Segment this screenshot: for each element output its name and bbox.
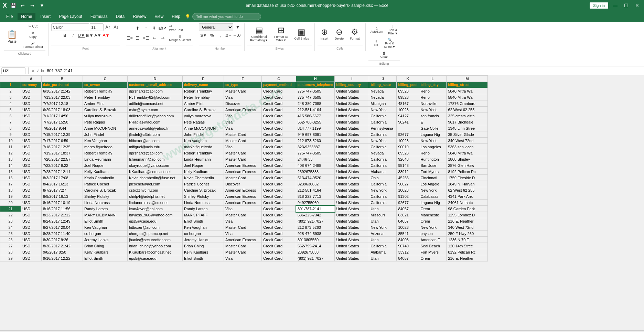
cell-r24-c6[interactable]: Master Card <box>224 224 262 231</box>
cell-r12-c3[interactable]: Robert Tremblay <box>83 150 128 156</box>
cell-r18-c2[interactable]: 8/7/2017 7:27 <box>42 187 83 193</box>
cell-r24-c1[interactable]: USD <box>21 224 42 231</box>
cell-r5-c8[interactable]: 212-581-4164 <box>296 107 335 113</box>
cell-r5-c6[interactable]: American Express <box>224 107 262 113</box>
cell-r17-c5[interactable]: Patrice Cochet <box>183 181 224 187</box>
cell-r28-c10[interactable]: Alabama <box>369 249 397 255</box>
cell-r22-c7[interactable]: Credit Card <box>262 212 296 218</box>
cell-r25-c8[interactable]: 928-474-5938 <box>296 231 335 237</box>
cell-r18-c4[interactable]: csbx@nyc.rr.com <box>128 187 183 193</box>
cell-r5-c12[interactable]: New York <box>419 107 447 113</box>
cell-r4-c4[interactable]: adflint@comcast.net <box>128 100 183 107</box>
number-dropdown-btn[interactable]: ▼ <box>234 23 242 31</box>
cell-r10-c10[interactable]: New York <box>369 138 397 144</box>
cell-r24-c13[interactable]: 340 West 72nd <box>447 224 488 231</box>
cell-r11-c7[interactable]: Credit Card <box>262 144 296 150</box>
cell-r13-c12[interactable]: Huntington <box>419 156 447 162</box>
cell-r9-c10[interactable]: California <box>369 131 397 138</box>
cell-r2-c10[interactable]: Nevada <box>369 88 397 94</box>
sign-in-button[interactable]: Sign in <box>590 2 608 9</box>
confirm-formula-icon[interactable]: ✓ <box>36 68 40 73</box>
row-header-15[interactable]: 15 <box>0 169 21 175</box>
cell-r6-c4[interactable]: drillerandfiller@yahoo.com <box>128 113 183 119</box>
cell-r14-c13[interactable]: 2876 Glen Haw <box>447 162 488 169</box>
row-header-26[interactable]: 26 <box>0 237 21 243</box>
decrease-decimal-btn[interactable]: ←.0 <box>233 32 240 39</box>
cell-r15-c2[interactable]: 7/28/2017 12:11 <box>42 169 83 175</box>
align-left-btn[interactable]: ☰≡ <box>126 34 133 42</box>
cell-r4-c5[interactable]: Amber Flint <box>183 100 224 107</box>
cell-r2-c6[interactable]: Master Card <box>224 88 262 94</box>
cell-r29-c2[interactable]: 9/16/2017 12:22 <box>42 255 83 261</box>
cell-r16-c1[interactable]: USD <box>21 175 42 181</box>
cell-r8-c5[interactable]: Anne McCONNON <box>183 125 224 131</box>
cell-r14-c9[interactable]: United States <box>335 162 369 169</box>
align-middle-btn[interactable]: ↕ <box>142 24 150 32</box>
cell-r22-c1[interactable]: USD <box>21 212 42 218</box>
percent-btn[interactable]: % <box>208 32 216 39</box>
cell-r13-c4[interactable]: lsheumann@aol.com <box>128 156 183 162</box>
cell-r27-c12[interactable]: Seal Beach <box>419 243 447 249</box>
cell-r3-c11[interactable]: 89523 <box>397 94 419 100</box>
number-format-select[interactable]: General <box>199 23 233 31</box>
cell-r4-c10[interactable]: Michigan <box>369 100 397 107</box>
cell-r18-c10[interactable]: New York <box>369 187 397 193</box>
cell-r15-c4[interactable]: KKaulbars@comcast.net <box>128 169 183 175</box>
find-select-button[interactable]: 🔍 Find &Select▼ <box>382 37 398 50</box>
cell-r18-c5[interactable]: Caroline S. Brozak <box>183 187 224 193</box>
cell-r11-c10[interactable]: California <box>369 144 397 150</box>
cell-r14-c12[interactable]: San Jose <box>419 162 447 169</box>
row-header-1[interactable]: 1 <box>0 82 21 88</box>
cell-r14-c8[interactable]: 408-674-2488 <box>296 162 335 169</box>
col-header-I[interactable]: I <box>335 76 369 82</box>
header-cell-12[interactable]: billing_city <box>419 82 447 88</box>
cell-r14-c5[interactable]: Joel Roque <box>183 162 224 169</box>
row-header-10[interactable]: 10 <box>0 138 21 144</box>
cell-r6-c8[interactable]: 415 586-5677 <box>296 113 335 119</box>
header-cell-9[interactable]: billing_country <box>335 82 369 88</box>
cell-r6-c7[interactable]: Credit Card <box>262 113 296 119</box>
cell-r6-c6[interactable]: Visa <box>224 113 262 119</box>
cell-r29-c3[interactable]: Elliot Smith <box>83 255 128 261</box>
format-painter-button[interactable]: 🖌 Format Painter <box>21 40 45 50</box>
cell-r22-c5[interactable]: MARK PFAFF <box>183 212 224 218</box>
row-header-28[interactable]: 28 <box>0 249 21 255</box>
cell-r20-c5[interactable]: Linda Norcross <box>183 200 224 206</box>
cell-r3-c3[interactable]: Peter Tremblay <box>83 94 128 100</box>
cell-r7-c7[interactable]: Credit Card <box>262 119 296 125</box>
cell-r11-c6[interactable]: Visa <box>224 144 262 150</box>
customize-quick-btn[interactable]: ▼ <box>39 2 45 9</box>
row-header-4[interactable]: 4 <box>0 100 21 107</box>
fill-color-button[interactable]: A▼ <box>94 32 102 39</box>
cell-r7-c2[interactable]: 7/7/2017 15:50 <box>42 119 83 125</box>
cell-r10-c5[interactable]: Ken Vaughan <box>183 138 224 144</box>
col-header-L[interactable]: L <box>419 76 447 82</box>
cell-r22-c9[interactable]: United States <box>335 212 369 218</box>
row-header-11[interactable]: 11 <box>0 144 21 150</box>
row-header-2[interactable]: 2 <box>0 88 21 94</box>
cell-r26-c3[interactable]: Jeremy Hanks <box>83 237 128 243</box>
cell-r5-c10[interactable]: New York <box>369 107 397 113</box>
cell-r16-c3[interactable]: Kevin Chamberlin <box>83 175 128 181</box>
cell-r13-c5[interactable]: Linda Heumann <box>183 156 224 162</box>
cell-r3-c10[interactable]: Nevada <box>369 94 397 100</box>
cell-r23-c5[interactable]: Elliot Smith <box>183 218 224 224</box>
cell-r16-c5[interactable]: Kevin Chamberlin <box>183 175 224 181</box>
cell-r26-c6[interactable]: American Express <box>224 237 262 243</box>
cell-r11-c4[interactable]: mlfiguei@ucla.edu <box>128 144 183 150</box>
menu-file[interactable]: File <box>3 13 16 20</box>
cell-r9-c1[interactable]: USD <box>21 131 42 138</box>
cell-r29-c7[interactable]: Credit Card <box>262 255 296 261</box>
menu-data[interactable]: Data <box>112 13 128 20</box>
cell-r7-c1[interactable]: USD <box>21 119 42 125</box>
cell-r25-c5[interactable]: co horgan <box>183 231 224 237</box>
row-header-13[interactable]: 13 <box>0 156 21 162</box>
cell-r29-c10[interactable]: Utah <box>369 255 397 261</box>
cell-r2-c7[interactable]: Credit Card <box>262 88 296 94</box>
cell-r10-c6[interactable]: Master Card <box>224 138 262 144</box>
col-header-D[interactable]: D <box>128 76 183 82</box>
cell-r17-c4[interactable]: plcochet@aol.com <box>128 181 183 187</box>
row-header-21[interactable]: 21 <box>0 206 21 212</box>
cell-r17-c13[interactable]: 1849 N. Harvan <box>447 181 488 187</box>
cell-r22-c3[interactable]: MARY LIEBMANN <box>83 212 128 218</box>
